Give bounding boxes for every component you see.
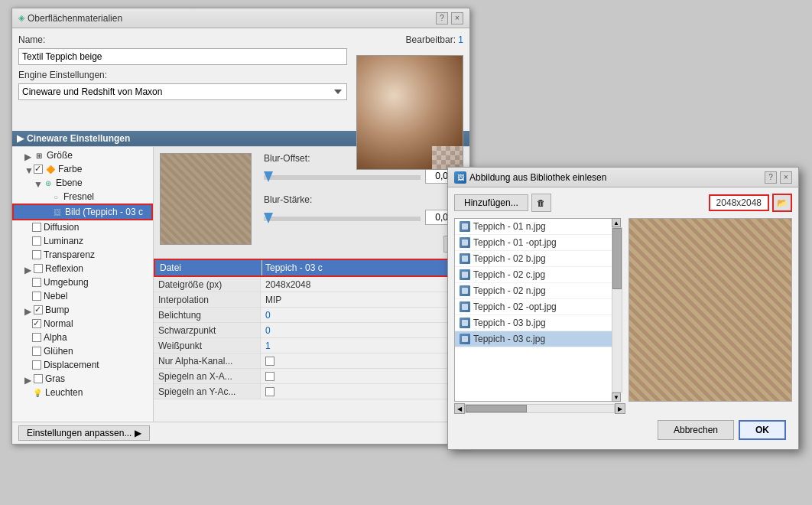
tree-item-ebene[interactable]: ▼ ⊛ Ebene bbox=[12, 176, 153, 190]
blur-offset-thumb[interactable] bbox=[264, 171, 273, 182]
prop-row-alpha-kanal: Nur Alpha-Kanal... bbox=[154, 354, 469, 369]
check-farbe[interactable] bbox=[34, 165, 43, 174]
preview-checkerboard bbox=[432, 146, 463, 169]
bottom-bar: Einstellungen anpassen... ▶ bbox=[12, 422, 469, 444]
arrow-farbe: ▼ bbox=[24, 165, 32, 173]
check-normal[interactable] bbox=[32, 319, 41, 328]
dialog-top-content: Name: Bearbeitbar: 1 Engine Einstellunge… bbox=[12, 28, 469, 128]
tree-item-nebel[interactable]: Nebel bbox=[12, 289, 153, 303]
help-button[interactable]: ? bbox=[436, 12, 448, 24]
settings-button[interactable]: Einstellungen anpassen... ▶ bbox=[18, 425, 150, 441]
scroll-up-btn[interactable]: ▲ bbox=[612, 218, 621, 227]
file-icon-02n bbox=[460, 285, 470, 296]
ok-button[interactable]: OK bbox=[739, 420, 786, 440]
library-close-button[interactable]: × bbox=[780, 171, 792, 184]
file-list-container: Teppich - 01 n.jpg Teppich - 01 -opt.jpg… bbox=[454, 218, 622, 402]
icon-ebene: ⊛ bbox=[43, 178, 54, 188]
check-spiegel-y[interactable] bbox=[265, 387, 274, 396]
check-gras[interactable] bbox=[34, 374, 43, 383]
tree-item-fresnel[interactable]: ○ Fresnel bbox=[12, 190, 153, 204]
prop-row-schwarzpunkt[interactable]: Schwarzpunkt 0 bbox=[154, 323, 469, 338]
add-button[interactable]: Hinzufügen... bbox=[454, 194, 528, 211]
tree-item-displacement[interactable]: Displacement bbox=[12, 358, 153, 372]
hscroll-track[interactable] bbox=[465, 404, 615, 413]
blur-strength-slider[interactable] bbox=[264, 217, 421, 221]
check-alpha-kanal[interactable] bbox=[265, 357, 274, 366]
tree-item-gluehen[interactable]: Glühen bbox=[12, 344, 153, 358]
tree-item-leuchten[interactable]: 💡 Leuchten bbox=[12, 386, 153, 399]
file-item-03c[interactable]: Teppich - 03 c.jpg bbox=[455, 331, 612, 347]
file-icon-02c bbox=[460, 269, 470, 280]
check-alpha[interactable] bbox=[32, 333, 41, 342]
check-umgebung[interactable] bbox=[32, 278, 41, 287]
hscroll-thumb[interactable] bbox=[466, 405, 527, 412]
texture-display bbox=[161, 154, 251, 244]
scroll-track[interactable] bbox=[612, 227, 622, 393]
prop-row-spiegel-y: Spiegeln an Y-Ac... bbox=[154, 384, 469, 399]
tree-item-umgebung[interactable]: Umgebung bbox=[12, 275, 153, 289]
check-luminanz[interactable] bbox=[32, 236, 41, 246]
prop-row-belichtung[interactable]: Belichtung 0 bbox=[154, 308, 469, 323]
arrow-bump: ▶ bbox=[24, 306, 32, 314]
name-label: Name: bbox=[18, 34, 45, 45]
delete-button[interactable]: 🗑 bbox=[531, 194, 551, 212]
tree-item-normal[interactable]: Normal bbox=[12, 317, 153, 331]
file-item-02n[interactable]: Teppich - 02 n.jpg bbox=[455, 283, 612, 299]
check-transparenz[interactable] bbox=[32, 250, 41, 259]
check-diffusion[interactable] bbox=[32, 223, 41, 232]
engine-select[interactable]: Cineware und Redshift von Maxon bbox=[18, 83, 347, 100]
library-footer: Abbrechen OK bbox=[454, 414, 792, 443]
browse-button[interactable]: 📂 bbox=[772, 194, 792, 212]
file-item-01opt[interactable]: Teppich - 01 -opt.jpg bbox=[455, 235, 612, 251]
icon-groesse: ⊞ bbox=[34, 150, 44, 161]
check-gluehen[interactable] bbox=[32, 347, 41, 356]
blur-strength-thumb[interactable] bbox=[264, 213, 273, 223]
check-nebel[interactable] bbox=[32, 292, 41, 301]
library-dialog: 🖼 Abbildung aus Bibliothek einlesen ? × … bbox=[447, 167, 799, 450]
content-panel: Blur-Offset: 0,00 Blur-Stärke: bbox=[154, 147, 469, 422]
list-scrollbar-v[interactable]: ▲ ▼ bbox=[612, 218, 622, 402]
prop-row-datei[interactable]: Datei Teppich - 03 c ⊡ bbox=[154, 259, 469, 277]
file-item-03b[interactable]: Teppich - 03 b.jpg bbox=[455, 315, 612, 331]
close-button[interactable]: × bbox=[451, 12, 463, 24]
editable-value: 1 bbox=[458, 34, 463, 45]
open-file-row: ↗ bbox=[264, 236, 463, 252]
check-displacement[interactable] bbox=[32, 360, 41, 370]
tree-item-farbe[interactable]: ▼ 🔶 Farbe bbox=[12, 162, 153, 176]
blur-strength-label: Blur-Stärke: bbox=[264, 194, 325, 205]
arrow-reflexion: ▶ bbox=[24, 265, 32, 272]
file-item-02opt[interactable]: Teppich - 02 -opt.jpg bbox=[455, 299, 612, 315]
tree-item-bild[interactable]: 🖼 Bild (Teppich - 03 c bbox=[12, 204, 153, 220]
name-row: Name: Bearbeitbar: 1 bbox=[18, 34, 463, 45]
file-icon-02opt bbox=[460, 301, 470, 312]
check-spiegel-x[interactable] bbox=[265, 372, 274, 381]
library-help-button[interactable]: ? bbox=[765, 171, 777, 184]
file-item-02c[interactable]: Teppich - 02 c.jpg bbox=[455, 267, 612, 283]
check-reflexion[interactable] bbox=[34, 264, 43, 273]
tree-item-alpha[interactable]: Alpha bbox=[12, 331, 153, 344]
file-item-01n[interactable]: Teppich - 01 n.jpg bbox=[455, 219, 612, 235]
check-bump[interactable] bbox=[34, 305, 43, 314]
scroll-thumb[interactable] bbox=[612, 228, 622, 289]
file-icon-03c bbox=[460, 334, 470, 344]
scroll-left-btn[interactable]: ◀ bbox=[454, 403, 465, 414]
file-item-02b[interactable]: Teppich - 02 b.jpg bbox=[455, 251, 612, 267]
tree-item-transparenz[interactable]: Transparenz bbox=[12, 248, 153, 262]
tree-item-diffusion[interactable]: Diffusion bbox=[12, 220, 153, 234]
main-title-text: Oberflächenmaterialien bbox=[28, 13, 122, 24]
tree-item-luminanz[interactable]: Luminanz bbox=[12, 234, 153, 248]
preview-sphere bbox=[357, 56, 463, 169]
name-input[interactable] bbox=[18, 48, 347, 65]
tree-item-bump[interactable]: ▶ Bump bbox=[12, 303, 153, 317]
prop-row-weisspunkt[interactable]: Weißpunkt 1 bbox=[154, 338, 469, 354]
icon-fresnel: ○ bbox=[50, 191, 61, 202]
scroll-down-btn[interactable]: ▼ bbox=[612, 393, 621, 402]
tree-item-reflexion[interactable]: ▶ Reflexion bbox=[12, 262, 153, 275]
preview-area bbox=[356, 55, 463, 170]
section-title: Cineware Einstellungen bbox=[27, 133, 130, 144]
cancel-button[interactable]: Abbrechen bbox=[658, 420, 734, 440]
blur-offset-slider[interactable] bbox=[264, 175, 421, 180]
scroll-right-btn[interactable]: ▶ bbox=[615, 403, 625, 414]
tree-item-groesse[interactable]: ▶ ⊞ Größe bbox=[12, 148, 153, 162]
tree-item-gras[interactable]: ▶ Gras bbox=[12, 372, 153, 386]
